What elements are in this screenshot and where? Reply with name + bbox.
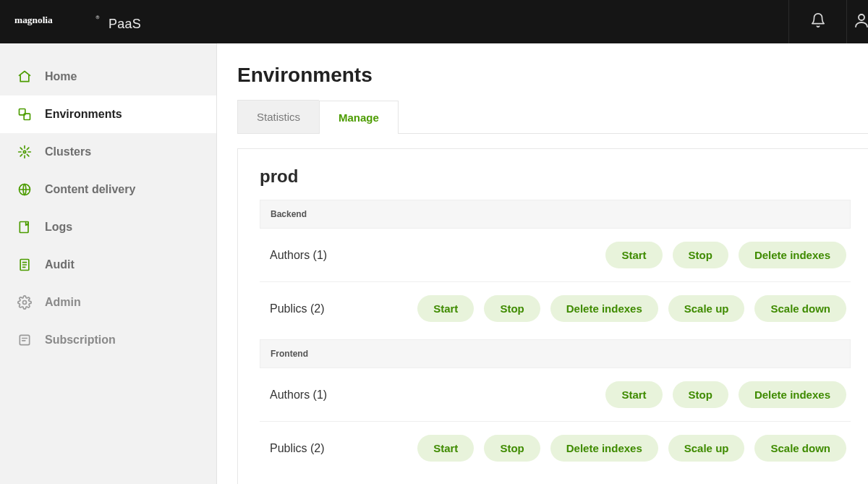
sidebar-item-home[interactable]: Home — [0, 58, 216, 95]
content-delivery-icon — [17, 182, 32, 197]
delete-indexes-button[interactable]: Delete indexes — [739, 242, 846, 268]
brand-logo: magnolia R — [14, 12, 101, 28]
row-label: Publics (2) — [270, 442, 325, 455]
start-button[interactable]: Start — [417, 435, 474, 462]
delete-indexes-button[interactable]: Delete indexes — [739, 381, 846, 408]
sidebar-item-clusters[interactable]: Clusters — [0, 133, 216, 171]
notifications-button[interactable] — [788, 0, 846, 43]
logs-icon — [17, 220, 32, 234]
sidebar: Home Environments Clusters Content deliv… — [0, 43, 217, 484]
row-authors: Authors (1) Start Stop Delete indexes — [260, 368, 851, 422]
row-label: Authors (1) — [270, 389, 327, 402]
tabs: Statistics Manage — [237, 100, 868, 134]
sidebar-item-label: Home — [45, 70, 77, 83]
row-label: Publics (2) — [270, 302, 325, 315]
home-icon — [17, 69, 32, 84]
clusters-icon — [17, 145, 32, 159]
bell-icon — [810, 12, 826, 31]
scale-down-button[interactable]: Scale down — [754, 435, 846, 462]
svg-point-6 — [23, 150, 25, 153]
subscription-icon — [17, 333, 32, 347]
svg-text:R: R — [97, 16, 98, 19]
sidebar-item-label: Content delivery — [45, 183, 135, 196]
tab-statistics[interactable]: Statistics — [237, 100, 319, 133]
start-button[interactable]: Start — [605, 381, 662, 408]
sidebar-item-audit[interactable]: Audit — [0, 246, 216, 284]
row-actions: Start Stop Delete indexes — [605, 242, 846, 268]
user-icon — [853, 12, 868, 32]
scale-up-button[interactable]: Scale up — [668, 295, 745, 322]
row-label: Authors (1) — [270, 249, 327, 262]
sidebar-item-content-delivery[interactable]: Content delivery — [0, 171, 216, 208]
section-frontend: Frontend Authors (1) Start Stop Delete i… — [260, 339, 851, 475]
audit-icon — [17, 258, 32, 272]
sidebar-item-label: Audit — [45, 258, 75, 271]
admin-icon — [17, 295, 32, 310]
main: Environments Statistics Manage prod Back… — [217, 43, 868, 484]
layout: Home Environments Clusters Content deliv… — [0, 43, 868, 484]
brand-product: PaaS — [109, 17, 141, 32]
start-button[interactable]: Start — [605, 242, 662, 268]
sidebar-item-label: Admin — [45, 296, 81, 309]
section-header: Frontend — [260, 339, 851, 368]
environment-card: prod Backend Authors (1) Start Stop Dele… — [237, 148, 868, 484]
scale-down-button[interactable]: Scale down — [754, 295, 846, 322]
svg-point-10 — [23, 301, 27, 305]
tab-manage[interactable]: Manage — [319, 101, 399, 134]
svg-text:magnolia: magnolia — [14, 14, 53, 25]
sidebar-item-subscription[interactable]: Subscription — [0, 321, 216, 359]
sidebar-item-label: Clusters — [45, 145, 91, 158]
sidebar-item-admin[interactable]: Admin — [0, 284, 216, 321]
stop-button[interactable]: Stop — [673, 381, 728, 408]
sidebar-item-logs[interactable]: Logs — [0, 208, 216, 246]
scale-up-button[interactable]: Scale up — [668, 435, 745, 462]
row-actions: Start Stop Delete indexes Scale up Scale… — [417, 435, 846, 462]
user-menu-button[interactable] — [846, 0, 868, 43]
sidebar-item-label: Logs — [45, 221, 72, 234]
topbar: magnolia R PaaS — [0, 0, 868, 43]
sidebar-item-label: Subscription — [45, 334, 116, 347]
delete-indexes-button[interactable]: Delete indexes — [550, 295, 658, 322]
svg-rect-8 — [20, 222, 28, 233]
sidebar-item-label: Environments — [45, 108, 122, 121]
environments-icon — [17, 107, 32, 122]
stop-button[interactable]: Stop — [673, 242, 728, 268]
topbar-right — [788, 0, 868, 43]
stop-button[interactable]: Stop — [484, 295, 540, 322]
brand: magnolia R PaaS — [14, 12, 141, 32]
environment-name: prod — [260, 166, 851, 187]
svg-point-3 — [859, 14, 864, 20]
section-backend: Backend Authors (1) Start Stop Delete in… — [260, 200, 851, 335]
row-actions: Start Stop Delete indexes — [605, 381, 846, 408]
start-button[interactable]: Start — [417, 295, 474, 322]
delete-indexes-button[interactable]: Delete indexes — [550, 435, 658, 462]
row-publics: Publics (2) Start Stop Delete indexes Sc… — [260, 282, 851, 335]
row-actions: Start Stop Delete indexes Scale up Scale… — [417, 295, 846, 322]
row-publics: Publics (2) Start Stop Delete indexes Sc… — [260, 422, 851, 475]
page-title: Environments — [237, 64, 868, 87]
section-header: Backend — [260, 200, 851, 229]
row-authors: Authors (1) Start Stop Delete indexes — [260, 229, 851, 282]
stop-button[interactable]: Stop — [484, 435, 540, 462]
sidebar-item-environments[interactable]: Environments — [0, 95, 216, 133]
